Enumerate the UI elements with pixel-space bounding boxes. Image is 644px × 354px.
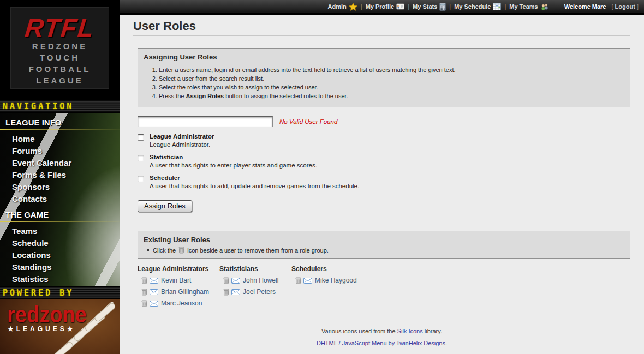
section-divider (0, 221, 120, 222)
page-title: User Roles (133, 19, 630, 33)
delete-bin-icon (178, 247, 184, 254)
silk-icons-link[interactable]: Silk Icons (397, 328, 423, 334)
delete-bin-icon[interactable] (223, 289, 229, 296)
topbar-separator: | (408, 3, 409, 10)
calendar-icon (493, 3, 501, 10)
topbar-item-admin[interactable]: Admin (328, 3, 357, 11)
rtfl-logo-line: TOUCH (11, 52, 109, 63)
delete-bin-icon[interactable] (141, 289, 147, 296)
section-title-league-info: LEAGUE INFO (0, 117, 120, 128)
user-link[interactable]: Mike Haygood (315, 277, 357, 284)
sidebar-item-home[interactable]: Home (0, 133, 120, 145)
sidebar-item-sponsors[interactable]: Sponsors (0, 181, 120, 193)
star-icon (349, 3, 357, 11)
group-title: Schedulers (291, 265, 401, 273)
email-icon[interactable] (303, 278, 312, 284)
title-divider (133, 35, 630, 36)
sidebar-item-standings[interactable]: Standings (0, 261, 120, 273)
user-row: Mike Haygood (291, 277, 401, 284)
delete-bin-icon[interactable] (295, 277, 301, 284)
league-administrators-column: League Administrators Kevin Bart Brian G… (138, 265, 219, 307)
vcard-icon (396, 3, 404, 10)
statistician-checkbox[interactable] (138, 155, 144, 161)
user-link[interactable]: Marc Jeanson (161, 299, 202, 307)
delete-bin-icon[interactable] (141, 277, 147, 284)
user-link[interactable]: Brian Gillingham (161, 288, 209, 296)
welcome-user-label: Welcome Marc (564, 3, 606, 10)
topbar-item-my-profile[interactable]: My Profile (366, 3, 405, 10)
league-administrator-checkbox[interactable] (138, 134, 144, 141)
sidebar-item-contacts[interactable]: Contacts (0, 193, 120, 205)
topbar-item-my-teams[interactable]: My Teams (509, 3, 548, 10)
user-link[interactable]: Kevin Bart (161, 277, 191, 284)
search-status-message: No Valid User Found (279, 118, 337, 125)
role-name: League Administrator (150, 133, 214, 141)
bullet-marker (147, 249, 149, 251)
email-icon[interactable] (150, 289, 158, 295)
sidebar: RTFL REDZONE TOUCH FOOTBALL LEAGUE NAVIG… (0, 0, 120, 354)
user-search-input[interactable] (138, 116, 273, 127)
role-description: A user that has rights to enter player s… (150, 161, 317, 170)
sidebar-item-forms-files[interactable]: Forms & Files (0, 169, 120, 181)
assign-roles-button[interactable]: Assign Roles (138, 200, 192, 212)
topbar-separator: | (504, 3, 506, 10)
schedulers-column: Schedulers Mike Haygood (291, 265, 401, 307)
instruction-step: Select the roles that you wish to assign… (159, 83, 623, 92)
assigning-instructions: Enter a users name, login id or email ad… (144, 65, 623, 100)
role-groups: League Administrators Kevin Bart Brian G… (138, 265, 630, 307)
existing-user-roles-box: Existing User Roles Click the icon besid… (138, 231, 630, 259)
user-row: Kevin Bart (138, 277, 219, 284)
sidebar-item-statistics[interactable]: Statistics (0, 273, 120, 285)
app-window: RTFL REDZONE TOUCH FOOTBALL LEAGUE NAVIG… (0, 0, 644, 354)
footer-line-icons: Various icons used from the Silk Icons l… (133, 328, 630, 334)
user-link[interactable]: Joel Peters (243, 288, 276, 296)
twinhelix-credit-link[interactable]: DHTML / JavaScript Menu by TwinHelix Des… (133, 340, 630, 346)
footer-credits: Various icons used from the Silk Icons l… (133, 328, 630, 346)
main-content: User Roles Assigning User Roles Enter a … (120, 15, 644, 354)
email-icon[interactable] (231, 289, 240, 295)
instruction-step: Enter a users name, login id or email ad… (159, 65, 623, 74)
section-title-the-game: THE GAME (0, 209, 120, 220)
email-icon[interactable] (231, 278, 240, 284)
rtfl-logo: RTFL REDZONE TOUCH FOOTBALL LEAGUE (10, 7, 109, 89)
delete-bin-icon[interactable] (223, 277, 229, 284)
logout-link[interactable]: [ Logout ] (611, 3, 639, 10)
rtfl-logo-acronym: RTFL (10, 15, 110, 40)
role-option-statistician: Statistician A user that has rights to e… (138, 153, 630, 170)
role-name: Statistician (150, 153, 317, 161)
rtfl-logo-line: FOOTBALL (11, 63, 109, 75)
user-row: John Howell (219, 277, 291, 284)
group-title: Statisticians (219, 265, 291, 273)
sidebar-item-schedule[interactable]: Schedule (0, 237, 120, 249)
email-icon[interactable] (150, 278, 158, 284)
delete-bin-icon[interactable] (141, 300, 147, 307)
redzone-logo-text: redzone (7, 303, 120, 326)
sidebar-item-event-calendar[interactable]: Event Calendar (0, 157, 120, 169)
powered-by-banner: POWERED BY (0, 286, 120, 299)
role-description: League Administrator. (150, 141, 214, 149)
sidebar-item-locations[interactable]: Locations (0, 249, 120, 261)
navigation-banner: NAVIGATION (0, 100, 120, 112)
remove-role-hint: Click the icon beside a user to remove t… (144, 247, 623, 254)
account-topbar: Admin | My Profile | My Stats (120, 0, 644, 15)
email-icon[interactable] (150, 301, 158, 307)
topbar-item-my-schedule[interactable]: My Schedule (454, 3, 501, 10)
sidebar-item-teams[interactable]: Teams (0, 225, 120, 237)
scheduler-checkbox[interactable] (138, 176, 144, 182)
user-link[interactable]: John Howell (243, 277, 278, 284)
topbar-item-my-stats[interactable]: My Stats (413, 3, 446, 11)
group-icon (540, 3, 549, 10)
role-name: Scheduler (150, 174, 359, 182)
existing-box-title: Existing User Roles (144, 236, 623, 244)
role-checkbox-list: League Administrator League Administrato… (133, 133, 630, 190)
sidebar-item-forums[interactable]: Forums (0, 145, 120, 157)
statisticians-column: Statisticians John Howell Joel Peters (219, 265, 291, 307)
rtfl-logo-line: LEAGUE (11, 75, 109, 86)
role-option-league-administrator: League Administrator League Administrato… (138, 133, 630, 149)
redzone-leagues-text: ★LEAGUES★ (8, 325, 120, 333)
section-divider (0, 129, 120, 130)
user-row: Marc Jeanson (138, 299, 219, 307)
topbar-separator: | (449, 3, 451, 10)
rtfl-logo-line: REDZONE (11, 40, 109, 52)
sidebar-menu: LEAGUE INFO Home Forums Event Calendar F… (0, 113, 120, 286)
